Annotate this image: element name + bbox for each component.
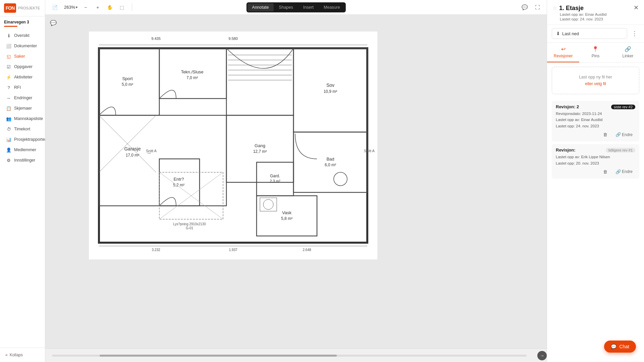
fullscreen-button[interactable]: ⛶: [532, 2, 543, 13]
sidebar-item-medlemmer[interactable]: 👤 Medlemmer: [2, 145, 43, 155]
sidebar-item-prosjektrapporter[interactable]: 📊 Prosjektrapporter: [2, 134, 43, 144]
pins-tab-label: Pins: [592, 54, 599, 58]
next-page-button[interactable]: →: [537, 351, 547, 360]
toolbar: 📄 263% ▾ − + ✋ ⬚ AnnotateShapesInsertMea…: [45, 0, 547, 15]
horizontal-scrollbar[interactable]: [52, 355, 527, 357]
delete-revision-1-button[interactable]: 🗑: [600, 168, 610, 175]
svg-text:Sov: Sov: [326, 82, 334, 88]
chat-button[interactable]: 💬 Chat: [604, 341, 636, 353]
sidebar-item-skjemaer[interactable]: 📋 Skjemaer: [2, 103, 43, 113]
revision-author-0: Lastet opp av: Einar Austlid: [556, 117, 635, 123]
sidebar-item-saker[interactable]: ◱ Saker: [2, 51, 43, 61]
upload-section[interactable]: Last opp ny fil her eller velg fil: [552, 67, 639, 94]
oppgaver-icon: ☑: [6, 64, 11, 69]
sidebar-item-label-saker: Saker: [14, 54, 25, 59]
annotation-tab-insert[interactable]: Insert: [299, 3, 318, 11]
logo-text: FON: [6, 5, 15, 11]
scrollbar-thumb: [100, 355, 337, 357]
uploaded-date-label: Lastet opp:: [560, 17, 579, 21]
revision-header-1: Revisjon: tidligere rev #1: [556, 147, 635, 153]
more-options-button[interactable]: ⋮: [630, 29, 639, 38]
revision-actions-1: 🗑 🔗 Endre: [556, 168, 635, 175]
sidebar-item-label-oppgaver: Oppgaver: [14, 64, 33, 69]
svg-text:Lys?pning 2910x2130: Lys?pning 2910x2130: [173, 222, 206, 226]
sidebar-item-oppgaver[interactable]: ☑ Oppgaver: [2, 62, 43, 72]
svg-text:Garasje: Garasje: [124, 146, 141, 152]
download-label: Last ned: [562, 31, 579, 36]
delete-revision-0-button[interactable]: 🗑: [600, 131, 610, 138]
sidebar-item-aktiviteter[interactable]: ⚡ Aktiviteter: [2, 72, 43, 82]
svg-text:17,0  m²: 17,0 m²: [126, 153, 140, 158]
sidebar-item-innstillinger[interactable]: ⚙ Innstillinger: [2, 155, 43, 165]
rfi-icon: ?: [6, 85, 11, 90]
uploaded-date-value: 24. nov. 2023: [580, 17, 603, 21]
svg-text:5,0  m²: 5,0 m²: [122, 82, 133, 87]
annotation-tab-shapes[interactable]: Shapes: [274, 3, 298, 11]
collapse-button[interactable]: « Kollaps: [3, 351, 42, 359]
edit-icon: 🔗: [615, 169, 621, 174]
chat-label: Chat: [619, 344, 629, 349]
file-tool-button[interactable]: 📄: [49, 2, 60, 13]
annotation-tab-annotate[interactable]: Annotate: [247, 3, 273, 11]
sidebar-item-timekort[interactable]: ⏱ Timekort: [2, 124, 43, 134]
message-icon-overlay[interactable]: 💬: [49, 18, 58, 27]
svg-point-42: [263, 199, 273, 209]
sidebar-item-label-innstillinger: Innstillinger: [14, 158, 35, 163]
svg-text:2.648: 2.648: [303, 248, 311, 252]
panel-meta-author: Lastet opp av: Einar Austlid: [552, 12, 606, 16]
prosjektrapporter-icon: 📊: [6, 137, 11, 142]
svg-rect-20: [99, 115, 226, 206]
sidebar-item-rfi[interactable]: ? RFI: [2, 82, 43, 93]
sidebar-nav: ℹ Oversikt ⬜ Dokumenter ◱ Saker ☑ Oppgav…: [0, 30, 45, 166]
aktiviteter-icon: ⚡: [6, 74, 11, 80]
panel-meta-date: Lastet opp: 24. nov. 2023: [552, 17, 606, 21]
svg-text:3.232: 3.232: [152, 248, 160, 252]
edit-revision-1-button[interactable]: 🔗 Endre: [613, 168, 635, 175]
sidebar-item-mannskapsliste[interactable]: 👥 Mannskapsliste: [2, 114, 43, 124]
sidebar-item-label-oversikt: Oversikt: [14, 33, 30, 38]
svg-rect-41: [260, 198, 277, 211]
annotation-tabs: AnnotateShapesInsertMeasure: [246, 2, 345, 12]
chevron-left-icon: «: [5, 353, 8, 357]
sidebar-item-oversikt[interactable]: ℹ Oversikt: [2, 31, 43, 41]
panel-tab-revisjoner[interactable]: ↩ Revisjoner: [547, 43, 579, 62]
sidebar-item-endringer[interactable]: ↔ Endringer: [2, 93, 43, 103]
edit-revision-0-button[interactable]: 🔗 Endre: [613, 131, 635, 138]
skjemaer-icon: 📋: [6, 106, 11, 111]
zoom-controls: 263% ▾ − + ✋ ⬚: [63, 2, 127, 13]
annotation-tab-measure[interactable]: Measure: [319, 3, 345, 11]
star-icon[interactable]: ☆: [552, 5, 557, 11]
toolbar-right: 💬 ⛶: [519, 2, 543, 13]
sidebar-item-label-dokumenter: Dokumenter: [14, 44, 37, 48]
panel-tab-pins[interactable]: 📍 Pins: [579, 43, 611, 62]
zoom-in-button[interactable]: +: [92, 2, 103, 13]
uploaded-by-value: Einar Austlid: [585, 12, 606, 16]
innstillinger-icon: ⚙: [6, 158, 11, 163]
app-logo[interactable]: FON: [4, 3, 16, 13]
zoom-out-button[interactable]: −: [80, 2, 91, 13]
sidebar-item-label-timekort: Timekort: [14, 127, 30, 131]
svg-text:7,0  m²: 7,0 m²: [186, 75, 198, 80]
close-panel-button[interactable]: ✕: [634, 5, 639, 11]
pan-tool-button[interactable]: ✋: [104, 2, 115, 13]
toolbar-file-tools: 📄: [49, 2, 60, 13]
panel-tab-linker[interactable]: 🔗 Linker: [612, 43, 644, 62]
svg-text:G-01: G-01: [186, 226, 194, 230]
revision-meta-1: Lastet opp av: Erik Lippe NilsenLastet o…: [556, 154, 635, 166]
upload-or-label: eller velg fil: [585, 81, 606, 86]
canvas-area[interactable]: 💬 9.435 9.580 Sport 5,0 m² Tek: [45, 15, 547, 349]
upload-or-text: eller velg fil: [556, 80, 635, 87]
revision-actions-0: 🗑 🔗 Endre: [556, 131, 635, 138]
svg-rect-38: [257, 196, 317, 236]
svg-text:Entr?: Entr?: [173, 177, 184, 182]
revision-date-0: Revisjonsdato: 2023-11-24: [556, 111, 635, 117]
chat-icon: 💬: [611, 344, 616, 349]
comment-toggle-button[interactable]: 💬: [519, 2, 530, 13]
download-button[interactable]: ⬇ Last ned: [552, 28, 627, 39]
revisjoner-tab-label: Revisjoner: [554, 54, 573, 58]
select-tool-button[interactable]: ⬚: [116, 2, 127, 13]
panel-title: 1. Etasje: [559, 5, 584, 12]
chevron-down-icon: ▾: [76, 5, 77, 9]
svg-text:6,0  m²: 6,0 m²: [325, 163, 336, 167]
sidebar-item-dokumenter[interactable]: ⬜ Dokumenter: [2, 41, 43, 51]
